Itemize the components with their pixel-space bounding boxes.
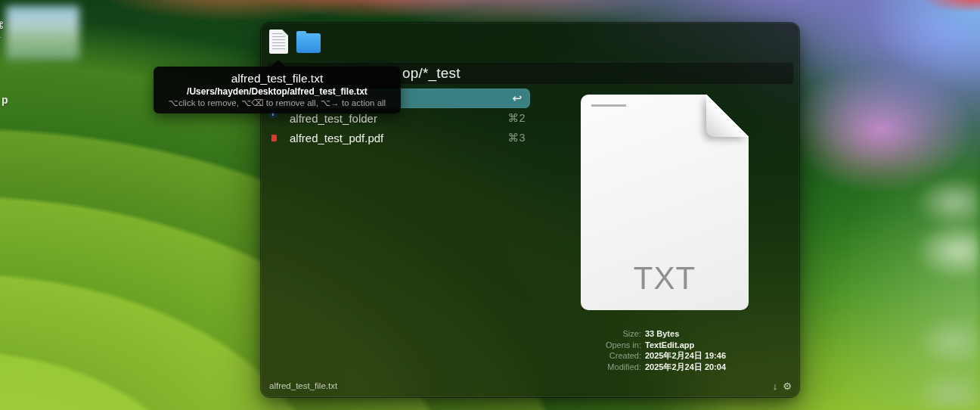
metadata-value: 2025年2月24日 19:46 (645, 350, 790, 362)
pdf-badge (270, 135, 277, 141)
result-label: alfred_test_folder (290, 112, 377, 125)
tooltip-path: /Users/hayden/Desktop/alfred_test_file.t… (154, 85, 401, 98)
metadata-label: Created: (548, 350, 641, 362)
search-query-text: op/*_test (402, 62, 461, 84)
statusbar-filename: alfred_test_file.txt (269, 381, 337, 390)
result-shortcut: ⌘2 (507, 112, 526, 124)
return-key-icon: ↩ (512, 92, 522, 105)
result-row-pdf[interactable]: alfred_test_pdf.pdf ⌘3 (266, 128, 530, 148)
result-label: alfred_test_pdf.pdf (290, 132, 383, 144)
cutoff-plus-glyph: + (0, 31, 1, 43)
text-file-lines (272, 33, 285, 50)
cutoff-label-p: p (2, 94, 8, 106)
metadata-label: Modified: (548, 362, 641, 373)
metadata-value: 2025年2月24日 20:04 (645, 362, 790, 373)
metadata-value: TextEdit.app (645, 340, 790, 351)
download-icon[interactable]: ↓ (773, 380, 778, 392)
preview-content-line (591, 104, 626, 107)
statusbar-icons: ↓ ⚙ (773, 380, 792, 392)
text-file-fold (282, 30, 288, 36)
tooltip-title: alfred_test_file.txt (154, 71, 401, 85)
metadata-value: 33 Bytes (645, 328, 790, 340)
metadata-label: Size: (548, 328, 641, 340)
result-shortcut: ⌘3 (507, 132, 526, 144)
buffer-item-tooltip: alfred_test_file.txt /Users/hayden/Deskt… (154, 67, 401, 113)
cutoff-command-glyph: ⌘ (0, 20, 4, 31)
metadata-label: Opens in: (548, 340, 641, 351)
document-corner-fold (706, 95, 749, 137)
pdf-file-icon (270, 131, 284, 144)
gear-icon[interactable]: ⚙ (783, 380, 792, 392)
buffer-folder-icon[interactable] (296, 33, 321, 53)
blurred-window-fragment (6, 6, 79, 60)
file-metadata: Size: 33 Bytes Opens in: TextEdit.app Cr… (548, 328, 790, 372)
file-type-label: TXT (581, 260, 749, 297)
buffer-text-file-icon[interactable] (269, 30, 288, 54)
tooltip-hint: ⌥click to remove, ⌥⌫ to remove all, ⌥→ t… (154, 98, 401, 109)
